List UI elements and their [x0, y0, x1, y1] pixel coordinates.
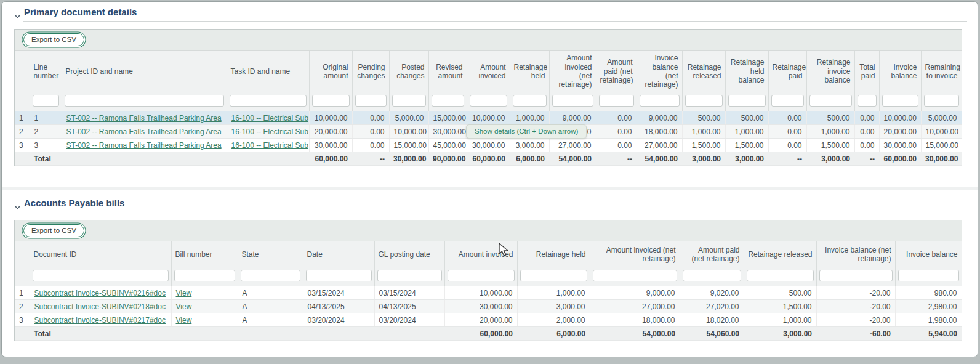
- filter-input-bill-number[interactable]: [174, 270, 235, 281]
- cell-invoice-balance-net: -20.00: [816, 286, 895, 300]
- bill-number-link[interactable]: View: [176, 302, 192, 311]
- column-header-retainage-held[interactable]: Retainage held: [510, 51, 549, 92]
- column-header-retainage-released[interactable]: Retainage released: [682, 51, 725, 92]
- total-cell-retainage-released: 3,000.00: [744, 327, 816, 341]
- row-number[interactable]: 3: [15, 139, 30, 152]
- table-row: 2Subcontract Invoice-SUBINV#0218#docView…: [15, 300, 962, 313]
- filter-cell-posted-changes: [389, 92, 428, 111]
- filter-input-amount-invoiced-net[interactable]: [552, 95, 593, 107]
- filter-input-amount-paid-net[interactable]: [683, 270, 741, 281]
- cell-amount-invoiced: 20,000.00: [444, 313, 517, 327]
- filter-input-invoice-balance-net[interactable]: [819, 270, 893, 281]
- cell-amount-invoiced-net: 27,000.00: [590, 300, 680, 313]
- filter-input-invoice-balance[interactable]: [882, 95, 918, 107]
- column-header-date[interactable]: Date: [303, 241, 374, 267]
- column-header-retainage-invoice-balance[interactable]: Retainage invoice balance: [806, 51, 854, 92]
- column-header-total-paid[interactable]: Total paid: [854, 51, 879, 92]
- filter-cell-retainage-held-balance: [725, 92, 768, 111]
- task-link[interactable]: 16-100 -- Electrical Sub: [231, 114, 308, 123]
- filter-input-amount-invoiced-net[interactable]: [593, 270, 677, 281]
- cell-retainage-held-balance: 1,500.00: [725, 139, 768, 152]
- document-id-link[interactable]: Subcontract Invoice-SUBINV#0216#doc: [34, 289, 166, 297]
- filter-input-state[interactable]: [241, 270, 300, 281]
- filter-input-original-amount[interactable]: [312, 95, 350, 107]
- column-header-original-amount[interactable]: Original amount: [309, 51, 352, 92]
- column-header-line-number[interactable]: Line number: [30, 51, 62, 92]
- column-header-task[interactable]: Task ID and name: [227, 51, 309, 92]
- filter-input-remaining-to-invoice[interactable]: [924, 95, 959, 107]
- column-header-amount-invoiced[interactable]: Amount invoiced: [467, 51, 510, 92]
- column-header-retainage-held[interactable]: Retainage held: [517, 241, 590, 267]
- filter-input-retainage-held[interactable]: [520, 270, 587, 281]
- filter-input-task[interactable]: [230, 95, 307, 107]
- filter-input-invoice-balance[interactable]: [898, 270, 959, 281]
- filter-input-retainage-held-balance[interactable]: [728, 95, 766, 107]
- column-header-document-id[interactable]: Document ID: [30, 241, 171, 267]
- filter-input-pending-changes[interactable]: [355, 95, 387, 107]
- column-header-amount-invoiced-net[interactable]: Amount invoiced (net retainage): [590, 241, 680, 267]
- cell-total-paid: 0.00: [854, 125, 879, 139]
- filter-input-retainage-released[interactable]: [747, 270, 814, 281]
- row-number[interactable]: 2: [15, 125, 30, 139]
- document-id-link[interactable]: Subcontract Invoice-SUBINV#0217#doc: [34, 316, 166, 325]
- table-row: 33ST-002 -- Ramona Falls Trailhead Parki…: [15, 139, 962, 152]
- row-number[interactable]: 2: [15, 300, 30, 313]
- task-link[interactable]: 16-100 -- Electrical Sub: [231, 127, 308, 136]
- filter-input-retainage-held[interactable]: [513, 95, 547, 107]
- bill-number-link[interactable]: View: [176, 289, 192, 297]
- column-header-invoice-balance-net[interactable]: Invoice balance (net retainage): [637, 51, 682, 92]
- column-header-retainage-paid[interactable]: Retainage paid: [768, 51, 806, 92]
- column-header-bill-number[interactable]: Bill number: [171, 241, 238, 267]
- project-link[interactable]: ST-002 -- Ramona Falls Trailhead Parking…: [66, 141, 222, 150]
- column-header-amount-paid-net[interactable]: Amount paid (net retainage): [680, 241, 744, 267]
- column-header-invoice-balance-net[interactable]: Invoice balance (net retainage): [816, 241, 895, 267]
- row-number[interactable]: 1: [15, 111, 30, 125]
- filter-input-gl-posting-date[interactable]: [377, 270, 442, 281]
- filter-input-amount-paid-net[interactable]: [599, 95, 634, 107]
- cell-document-id: Subcontract Invoice-SUBINV#0217#doc: [30, 313, 171, 327]
- filter-input-posted-changes[interactable]: [392, 95, 426, 107]
- column-header-invoice-balance[interactable]: Invoice balance: [895, 241, 962, 267]
- bill-number-link[interactable]: View: [176, 316, 192, 325]
- collapse-chevron-icon[interactable]: [14, 10, 21, 21]
- document-id-link[interactable]: Subcontract Invoice-SUBINV#0218#doc: [34, 302, 166, 311]
- filter-input-retainage-released[interactable]: [685, 95, 723, 107]
- column-header-amount-invoiced-net[interactable]: Amount invoiced (net retainage): [549, 51, 596, 92]
- row-number[interactable]: 1: [15, 286, 30, 300]
- column-header-amount-paid-net[interactable]: Amount paid (net retainage): [596, 51, 637, 92]
- filter-input-total-paid[interactable]: [857, 95, 877, 107]
- column-header-pending-changes[interactable]: Pending changes: [352, 51, 389, 92]
- column-header-retainage-held-balance[interactable]: Retainage held balance: [725, 51, 768, 92]
- column-header-state[interactable]: State: [238, 241, 303, 267]
- project-link[interactable]: ST-002 -- Ramona Falls Trailhead Parking…: [66, 114, 222, 123]
- column-header-remaining-to-invoice[interactable]: Remaining to invoice: [921, 51, 962, 92]
- filter-input-date[interactable]: [306, 270, 372, 281]
- filter-input-retainage-paid[interactable]: [771, 95, 804, 107]
- filter-input-amount-invoiced[interactable]: [470, 95, 507, 107]
- filter-input-retainage-invoice-balance[interactable]: [809, 95, 852, 107]
- filter-input-project[interactable]: [65, 95, 224, 107]
- collapse-chevron-icon[interactable]: [14, 201, 21, 212]
- filter-input-revised-amount[interactable]: [432, 95, 464, 107]
- filter-input-amount-invoiced[interactable]: [448, 270, 515, 281]
- filter-input-document-id[interactable]: [33, 270, 169, 281]
- filter-input-invoice-balance-net[interactable]: [640, 95, 680, 107]
- export-to-csv-button[interactable]: Export to CSV: [23, 224, 84, 237]
- section-splitter-handle[interactable]: [2, 187, 978, 190]
- column-header-retainage-released[interactable]: Retainage released: [744, 241, 816, 267]
- column-header-invoice-balance[interactable]: Invoice balance: [879, 51, 921, 92]
- task-link[interactable]: 16-100 -- Electrical Sub: [231, 141, 308, 150]
- column-header-gl-posting-date[interactable]: GL posting date: [374, 241, 444, 267]
- export-to-csv-button[interactable]: Export to CSV: [23, 33, 84, 46]
- column-header-revised-amount[interactable]: Revised amount: [428, 51, 467, 92]
- section-title-ap-bills: Accounts Payable bills: [24, 198, 124, 208]
- column-header-posted-changes[interactable]: Posted changes: [389, 51, 428, 92]
- filter-cell-amount-invoiced: [467, 92, 510, 111]
- cell-amount-invoiced-net: 27,000.00: [549, 139, 596, 152]
- project-link[interactable]: ST-002 -- Ramona Falls Trailhead Parking…: [66, 127, 222, 136]
- table-row: 3Subcontract Invoice-SUBINV#0217#docView…: [15, 313, 962, 327]
- filter-input-line-number[interactable]: [33, 95, 59, 107]
- cell-date: 03/15/2024: [303, 286, 374, 300]
- row-number[interactable]: 3: [15, 313, 30, 327]
- column-header-project[interactable]: Project ID and name: [62, 51, 227, 92]
